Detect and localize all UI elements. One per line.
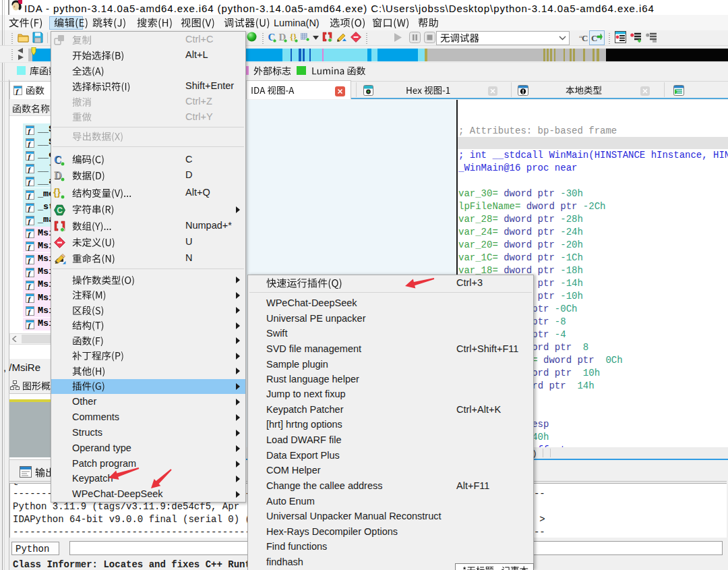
svg-text:C: C (582, 33, 588, 43)
svg-text:C: C (57, 206, 63, 215)
svg-text:C: C (591, 33, 597, 43)
